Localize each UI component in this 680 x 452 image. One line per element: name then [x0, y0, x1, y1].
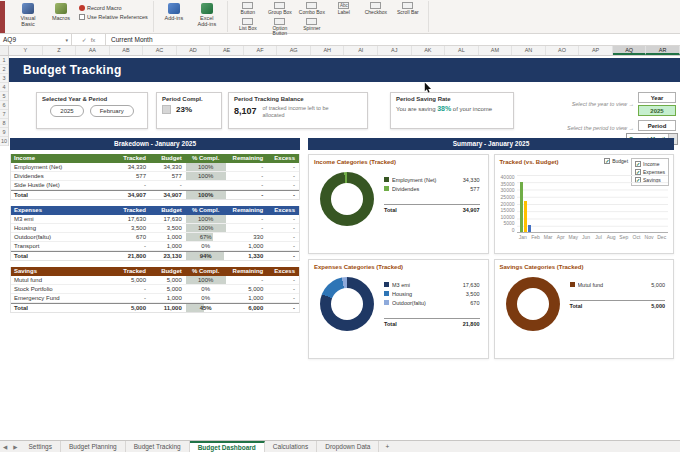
legend-swatch	[384, 186, 389, 191]
sheet-nav-right-icon[interactable]: ▶	[10, 441, 20, 452]
sheet-tab[interactable]: Budget Planning	[61, 441, 126, 452]
sheet-tab[interactable]: Budget Tracking	[126, 441, 190, 452]
sheet-tab[interactable]: Settings	[20, 441, 61, 452]
enter-check-icon[interactable]: ✓	[82, 36, 87, 43]
column-header[interactable]: AN	[512, 46, 546, 55]
record-macro-label: Record Macro	[87, 5, 122, 11]
row-header[interactable]: 9	[0, 128, 8, 137]
year-pill-button[interactable]: 2025	[50, 105, 83, 117]
column-header[interactable]: AD	[177, 46, 211, 55]
column-header[interactable]: AK	[412, 46, 446, 55]
legend-swatch	[384, 282, 389, 287]
excel-add-ins-button[interactable]: Excel Add-ins	[192, 2, 222, 29]
expenses-donut-chart	[320, 277, 374, 331]
column-header[interactable]: AQ	[613, 46, 647, 55]
record-macro-button[interactable]: Record Macro	[79, 5, 148, 11]
column-header[interactable]: AP	[579, 46, 613, 55]
add-ins-button[interactable]: Add-ins	[159, 2, 189, 22]
row-header[interactable]: 5	[0, 92, 8, 101]
form-control-button[interactable]: Button	[233, 2, 263, 16]
formula-bar: AQ9 ▾ ✓ fx Current Month	[0, 34, 680, 46]
x-axis-month-label: Feb	[529, 234, 542, 240]
column-header[interactable]: AC	[143, 46, 177, 55]
form-control-button[interactable]: Abc Label	[329, 2, 359, 16]
form-control-label: Spinner	[303, 26, 320, 32]
selected-year-period-panel: Selected Year & Period 2025 February	[36, 92, 148, 129]
column-header[interactable]: AJ	[378, 46, 412, 55]
row-header[interactable]: 6	[0, 101, 8, 110]
table-row: Total 5,000 11,000 45% 6,000 -	[11, 303, 299, 312]
y-axis-tick: 35000	[500, 182, 515, 187]
form-control-button[interactable]: Scroll Bar	[393, 2, 423, 16]
column-header[interactable]: AE	[210, 46, 244, 55]
section-name: Expenses	[11, 206, 105, 215]
column-header[interactable]: Z	[43, 46, 77, 55]
macros-button[interactable]: Macros	[46, 2, 76, 22]
macros-icon	[55, 3, 67, 14]
form-control-button[interactable]: Group Box	[265, 2, 295, 16]
name-box-dropdown-icon[interactable]: ▾	[65, 37, 68, 43]
income-legend: Employment (Net) 34,330 Dividendes 577 T…	[384, 175, 483, 213]
column-header[interactable]: AH	[311, 46, 345, 55]
legend-item: Employment (Net) 34,330	[384, 175, 480, 184]
period-tracking-balance-panel: Period Tracking Balance 8,107 of tracked…	[228, 92, 368, 129]
table-row: Dividendes 577 577 100% - -	[11, 172, 299, 181]
sheet-tab[interactable]: Dropdown Data	[317, 441, 379, 452]
column-header[interactable]: AM	[479, 46, 513, 55]
checkbox-icon: ✓	[604, 158, 610, 164]
savings-categories-card: Savings Categories (Tracked) Mutul fund …	[494, 259, 675, 359]
row-header[interactable]: 4	[0, 83, 8, 92]
saving-rate-value: 38%	[437, 105, 451, 112]
legend-swatch	[384, 291, 389, 296]
formula-buttons: ✓ fx	[72, 34, 106, 45]
name-box[interactable]: AQ9 ▾	[0, 34, 72, 45]
column-header[interactable]: AA	[76, 46, 110, 55]
income-checkbox[interactable]: ✓ Income	[635, 161, 665, 167]
column-header[interactable]: AB	[110, 46, 144, 55]
form-control-button[interactable]: Combo Box	[297, 2, 327, 16]
y-axis-tick: 25000	[500, 195, 515, 200]
row-header[interactable]: 7	[0, 110, 8, 119]
form-control-button[interactable]: Checkbox	[361, 2, 391, 16]
period-completion-panel: Period Compl. 23%	[156, 92, 222, 129]
column-header[interactable]: AF	[244, 46, 278, 55]
use-relative-references-button[interactable]: Use Relative References	[79, 14, 148, 20]
saving-rate-prefix: You are saving	[396, 106, 435, 112]
ribbon: Visual Basic Macros Record Macro Use Rel…	[0, 0, 680, 34]
dashboard-title-band: Budget Tracking	[9, 58, 680, 82]
column-header[interactable]: AR	[646, 46, 680, 55]
year-value-box[interactable]: 2025	[638, 105, 676, 116]
sheet-nav-left-icon[interactable]: ◀	[0, 441, 10, 452]
column-header[interactable]: AL	[445, 46, 479, 55]
visual-basic-button[interactable]: Visual Basic	[13, 2, 43, 29]
column-letter: AR	[659, 47, 667, 53]
bar-chart: 4000035000300002500020000150001000050000	[500, 175, 669, 233]
column-header[interactable]: Y	[9, 46, 43, 55]
use-relative-references-label: Use Relative References	[87, 14, 148, 20]
column-header[interactable]: AI	[344, 46, 378, 55]
completion-value: 23%	[176, 105, 192, 114]
fx-icon[interactable]: fx	[91, 37, 96, 43]
period-pill-button[interactable]: February	[90, 105, 134, 117]
budget-checkbox[interactable]: ✓ Budget	[604, 158, 628, 164]
sheet-tab[interactable]: Budget Dashboard	[190, 441, 265, 452]
add-sheet-button[interactable]: +	[379, 441, 395, 452]
sheet-tab[interactable]: Calculations	[265, 441, 317, 452]
x-axis-month-label: Sep	[618, 234, 631, 240]
visual-basic-icon	[22, 3, 34, 14]
column-header[interactable]: AO	[546, 46, 580, 55]
row-header[interactable]: 8	[0, 119, 8, 128]
row-header[interactable]: 10	[0, 137, 8, 146]
column-letter: AM	[491, 47, 499, 53]
period-saving-rate-panel: Period Saving Rate You are saving 38% of…	[390, 92, 514, 129]
row-header[interactable]: 2	[0, 65, 8, 74]
formula-input[interactable]: Current Month	[106, 34, 680, 45]
add-ins-label: Add-ins	[165, 15, 184, 21]
column-header[interactable]: AG	[277, 46, 311, 55]
savings-donut-chart	[506, 277, 560, 331]
card-title: Savings Categories (Tracked)	[500, 264, 669, 270]
select-all-corner[interactable]	[0, 46, 9, 55]
income-table: Income Tracked Budget % Compl. Remaining…	[10, 154, 300, 200]
row-header[interactable]: 1	[0, 56, 8, 65]
row-header[interactable]: 3	[0, 74, 8, 83]
